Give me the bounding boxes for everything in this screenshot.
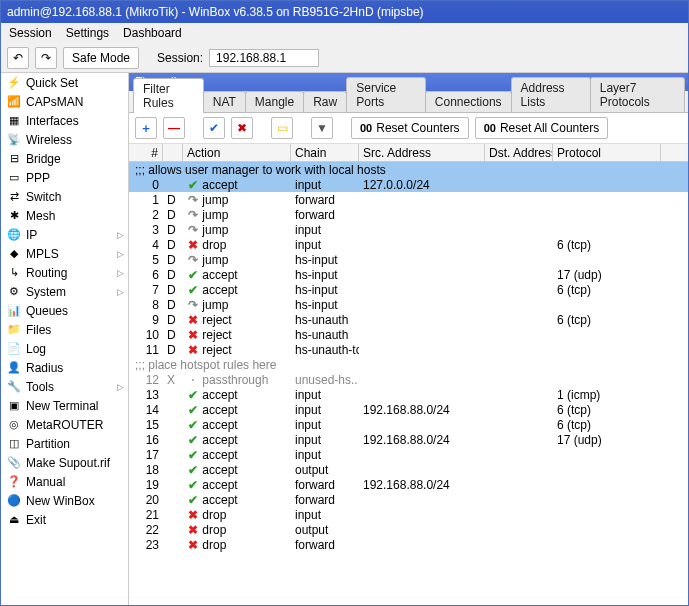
sidebar-icon: ▣ <box>7 399 21 413</box>
sidebar-item-mpls[interactable]: ◆MPLS▷ <box>1 244 128 263</box>
reset-all-counters-button[interactable]: 00Reset All Counters <box>475 117 609 139</box>
tab-connections[interactable]: Connections <box>425 91 512 112</box>
sidebar-icon: 📊 <box>7 304 21 318</box>
sidebar-item-quick-set[interactable]: ⚡Quick Set <box>1 73 128 92</box>
chevron-right-icon: ▷ <box>117 230 124 240</box>
table-row[interactable]: 22✖ dropoutput <box>129 522 688 537</box>
cell-chain: input <box>291 448 359 462</box>
sidebar-item-bridge[interactable]: ⊟Bridge <box>1 149 128 168</box>
table-comment[interactable]: ;;; place hotspot rules here <box>129 357 688 372</box>
cell-action: ✔ accept <box>183 463 291 477</box>
col-flag[interactable] <box>163 144 183 161</box>
table-row[interactable]: 2D↷ jumpforward <box>129 207 688 222</box>
col-action[interactable]: Action <box>183 144 291 161</box>
action-icon: ✔ <box>187 268 199 282</box>
col-proto[interactable]: Protocol <box>553 144 661 161</box>
sidebar-item-ppp[interactable]: ▭PPP <box>1 168 128 187</box>
tab-service-ports[interactable]: Service Ports <box>346 77 426 112</box>
cell-chain: forward <box>291 208 359 222</box>
table-row[interactable]: 0✔ acceptinput127.0.0.0/24 <box>129 177 688 192</box>
sidebar-item-switch[interactable]: ⇄Switch <box>1 187 128 206</box>
sidebar-item-radius[interactable]: 👤Radius <box>1 358 128 377</box>
menu-settings[interactable]: Settings <box>66 26 109 40</box>
cell-action: ↷ jump <box>183 193 291 207</box>
table-row[interactable]: 21✖ dropinput <box>129 507 688 522</box>
table-row[interactable]: 13✔ acceptinput1 (icmp) <box>129 387 688 402</box>
sidebar-item-system[interactable]: ⚙System▷ <box>1 282 128 301</box>
tab-layer7-protocols[interactable]: Layer7 Protocols <box>590 77 685 112</box>
sidebar-item-log[interactable]: 📄Log <box>1 339 128 358</box>
cell-index: 0 <box>129 178 163 192</box>
reset-counters-button[interactable]: 00Reset Counters <box>351 117 469 139</box>
table-row[interactable]: 5D↷ jumphs-input <box>129 252 688 267</box>
table-row[interactable]: 18✔ acceptoutput <box>129 462 688 477</box>
col-chain[interactable]: Chain <box>291 144 359 161</box>
table-row[interactable]: 10D✖ rejecths-unauth <box>129 327 688 342</box>
sidebar-item-new-winbox[interactable]: 🔵New WinBox <box>1 491 128 510</box>
col-dst[interactable]: Dst. Address <box>485 144 553 161</box>
add-button[interactable]: ＋ <box>135 117 157 139</box>
cell-chain: forward <box>291 193 359 207</box>
sidebar-item-exit[interactable]: ⏏Exit <box>1 510 128 529</box>
sidebar-item-ip[interactable]: 🌐IP▷ <box>1 225 128 244</box>
redo-button[interactable]: ↷ <box>35 47 57 69</box>
menu-session[interactable]: Session <box>9 26 52 40</box>
table-row[interactable]: 17✔ acceptinput <box>129 447 688 462</box>
table-row[interactable]: 8D↷ jumphs-input <box>129 297 688 312</box>
sidebar-item-queues[interactable]: 📊Queues <box>1 301 128 320</box>
tab-nat[interactable]: NAT <box>203 91 246 112</box>
sidebar-item-wireless[interactable]: 📡Wireless <box>1 130 128 149</box>
table-row[interactable]: 19✔ acceptforward192.168.88.0/24 <box>129 477 688 492</box>
tab-filter-rules[interactable]: Filter Rules <box>133 78 204 113</box>
table-row[interactable]: 12X· passthroughunused-hs... <box>129 372 688 387</box>
sidebar-item-partition[interactable]: ◫Partition <box>1 434 128 453</box>
sidebar-item-make-supout-rif[interactable]: 📎Make Supout.rif <box>1 453 128 472</box>
session-value: 192.168.88.1 <box>209 49 319 67</box>
sidebar-label: Manual <box>26 475 65 489</box>
sidebar-item-metarouter[interactable]: ◎MetaROUTER <box>1 415 128 434</box>
cell-action: ✔ accept <box>183 283 291 297</box>
table-row[interactable]: 11D✖ rejecths-unauth-to <box>129 342 688 357</box>
safe-mode-button[interactable]: Safe Mode <box>63 47 139 69</box>
cell-flag: D <box>163 313 183 327</box>
tab-raw[interactable]: Raw <box>303 91 347 112</box>
sidebar-label: System <box>26 285 66 299</box>
cell-index: 2 <box>129 208 163 222</box>
table-row[interactable]: 9D✖ rejecths-unauth6 (tcp) <box>129 312 688 327</box>
chevron-right-icon: ▷ <box>117 268 124 278</box>
sidebar-item-tools[interactable]: 🔧Tools▷ <box>1 377 128 396</box>
table-row[interactable]: 6D✔ accepths-input17 (udp) <box>129 267 688 282</box>
sidebar-item-files[interactable]: 📁Files <box>1 320 128 339</box>
table-comment[interactable]: ;;; allows user manager to work with loc… <box>129 162 688 177</box>
tab-mangle[interactable]: Mangle <box>245 91 304 112</box>
remove-button[interactable]: — <box>163 117 185 139</box>
enable-button[interactable]: ✔ <box>203 117 225 139</box>
table-row[interactable]: 3D↷ jumpinput <box>129 222 688 237</box>
table-row[interactable]: 15✔ acceptinput6 (tcp) <box>129 417 688 432</box>
action-icon: ✖ <box>187 523 199 537</box>
col-index[interactable]: # <box>129 144 163 161</box>
note-icon: ▭ <box>277 121 288 135</box>
sidebar-item-mesh[interactable]: ✱Mesh <box>1 206 128 225</box>
table-row[interactable]: 16✔ acceptinput192.168.88.0/2417 (udp) <box>129 432 688 447</box>
menu-dashboard[interactable]: Dashboard <box>123 26 182 40</box>
table-row[interactable]: 23✖ dropforward <box>129 537 688 552</box>
table-row[interactable]: 14✔ acceptinput192.168.88.0/246 (tcp) <box>129 402 688 417</box>
sidebar-item-routing[interactable]: ↳Routing▷ <box>1 263 128 282</box>
comment-button[interactable]: ▭ <box>271 117 293 139</box>
table-row[interactable]: 7D✔ accepths-input6 (tcp) <box>129 282 688 297</box>
filter-button[interactable]: ▼ <box>311 117 333 139</box>
cell-index: 3 <box>129 223 163 237</box>
undo-button[interactable]: ↶ <box>7 47 29 69</box>
sidebar-item-interfaces[interactable]: ▦Interfaces <box>1 111 128 130</box>
cell-index: 10 <box>129 328 163 342</box>
disable-button[interactable]: ✖ <box>231 117 253 139</box>
sidebar-item-capsman[interactable]: 📶CAPsMAN <box>1 92 128 111</box>
table-row[interactable]: 4D✖ dropinput6 (tcp) <box>129 237 688 252</box>
tab-address-lists[interactable]: Address Lists <box>511 77 591 112</box>
table-row[interactable]: 20✔ acceptforward <box>129 492 688 507</box>
col-src[interactable]: Src. Address <box>359 144 485 161</box>
sidebar-item-new-terminal[interactable]: ▣New Terminal <box>1 396 128 415</box>
table-row[interactable]: 1D↷ jumpforward <box>129 192 688 207</box>
sidebar-item-manual[interactable]: ❓Manual <box>1 472 128 491</box>
